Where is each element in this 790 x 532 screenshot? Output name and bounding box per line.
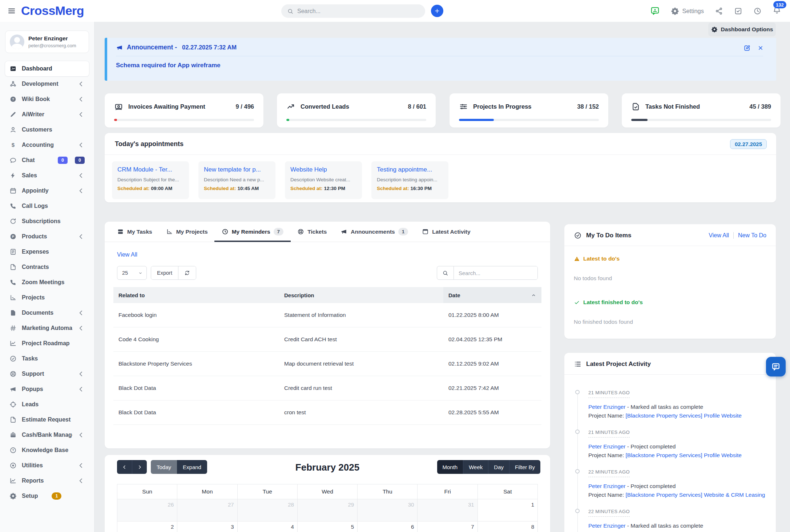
user-profile-card[interactable]: Peter Enzinger peter@crossmerg.com bbox=[5, 31, 89, 53]
calendar-day-cell[interactable]: 31 bbox=[418, 499, 477, 521]
sidebar-item-support[interactable]: Support bbox=[5, 366, 89, 382]
calendar-day-cell[interactable]: 4 bbox=[238, 521, 298, 532]
settings-button[interactable]: Settings bbox=[671, 7, 704, 15]
calendar-day-cell[interactable]: 3 bbox=[177, 521, 237, 532]
sidebar-item-projects[interactable]: Projects bbox=[5, 290, 89, 305]
sidebar-item-dashboard[interactable]: Dashboard bbox=[5, 61, 89, 76]
table-row[interactable]: Blackstone Property ServicesMap document… bbox=[113, 352, 541, 376]
sidebar-item-leads[interactable]: Leads bbox=[5, 397, 89, 412]
new-todo-link[interactable]: New To Do bbox=[738, 232, 766, 239]
sidebar-item-products[interactable]: PProducts bbox=[5, 229, 89, 244]
sidebar-item-cash-bank-manage[interactable]: Cash/Bank Manage bbox=[5, 427, 89, 443]
sidebar-item-utilities[interactable]: Utilities bbox=[5, 458, 89, 473]
sidebar-item-marketing-automation[interactable]: Marketing Automation bbox=[5, 321, 89, 336]
calendar-day-cell[interactable]: 29 bbox=[298, 499, 358, 521]
dashboard-options-button[interactable]: Dashboard Options bbox=[708, 23, 776, 36]
notifications-button[interactable]: 132 bbox=[773, 6, 781, 16]
sidebar-item-documents[interactable]: Documents bbox=[5, 305, 89, 321]
sidebar-item-knowledge-base[interactable]: ?Knowledge Base bbox=[5, 443, 89, 458]
calendar-view-filter[interactable]: Filter By bbox=[509, 460, 540, 474]
close-announcement-icon[interactable] bbox=[757, 45, 764, 51]
calendar-prev-button[interactable] bbox=[117, 460, 132, 474]
table-search-input[interactable] bbox=[454, 266, 537, 279]
calendar-view-day[interactable]: Day bbox=[488, 460, 509, 474]
tab-my-tasks[interactable]: My Tasks bbox=[117, 222, 152, 242]
global-search-input[interactable] bbox=[297, 8, 419, 15]
calendar-next-button[interactable] bbox=[132, 460, 147, 474]
sidebar-item-sales[interactable]: Sales bbox=[5, 168, 89, 183]
sidebar-item-contracts[interactable]: Contracts bbox=[5, 259, 89, 275]
column-header-related-to[interactable]: Related to bbox=[113, 287, 279, 303]
global-search[interactable] bbox=[281, 4, 425, 18]
export-button[interactable]: Export bbox=[151, 266, 178, 279]
table-row[interactable]: Black Dot DataCredit card run test02.21.… bbox=[113, 376, 541, 400]
calendar-day-cell[interactable]: 7 bbox=[418, 521, 477, 532]
quick-add-button[interactable] bbox=[431, 5, 443, 17]
edit-announcement-icon[interactable] bbox=[743, 44, 751, 52]
calendar-day-cell[interactable]: 2 bbox=[117, 521, 177, 532]
calendar-day-cell[interactable]: 6 bbox=[358, 521, 418, 532]
sidebar-item-estimate-request[interactable]: Estimate Request bbox=[5, 412, 89, 427]
activity-user-link[interactable]: Peter Enzinger bbox=[588, 443, 626, 450]
calendar-day-cell[interactable]: 27 bbox=[177, 499, 237, 521]
calendar-view-week[interactable]: Week bbox=[463, 460, 488, 474]
tab-my-projects[interactable]: My Projects bbox=[166, 222, 208, 242]
sidebar-item-customers[interactable]: Customers bbox=[5, 122, 89, 137]
sidebar-item-popups[interactable]: Popups bbox=[5, 382, 89, 397]
appointment-card[interactable]: CRM Module - Ter... Description Subject … bbox=[112, 161, 189, 199]
tab-my-reminders[interactable]: My Reminders7 bbox=[222, 222, 283, 242]
sidebar-item-subscriptions[interactable]: Subscriptions bbox=[5, 214, 89, 229]
calendar-day-cell[interactable]: 1 bbox=[478, 499, 537, 521]
calendar-today-button[interactable]: Today bbox=[151, 460, 177, 474]
history-clock-icon[interactable] bbox=[753, 7, 762, 15]
tasks-check-icon[interactable] bbox=[734, 7, 742, 15]
refresh-button[interactable] bbox=[178, 266, 196, 279]
appointment-card[interactable]: New template for p... Description Need a… bbox=[198, 161, 275, 199]
table-row[interactable]: Facebook loginStatement of Information01… bbox=[113, 303, 541, 327]
sidebar-item-expenses[interactable]: Expenses bbox=[5, 244, 89, 259]
activity-user-link[interactable]: Peter Enzinger bbox=[588, 523, 626, 529]
calendar-day-cell[interactable]: 28 bbox=[238, 499, 298, 521]
sidebar-item-chat[interactable]: Chat00 bbox=[5, 153, 89, 168]
sidebar-item-development[interactable]: Development bbox=[5, 76, 89, 92]
share-icon[interactable] bbox=[715, 7, 723, 15]
calendar-view-month[interactable]: Month bbox=[437, 460, 463, 474]
calendar-day-cell[interactable]: 30 bbox=[358, 499, 418, 521]
appointment-card[interactable]: Website Help Description Website creat..… bbox=[285, 161, 362, 199]
sidebar-item-setup[interactable]: Setup1 bbox=[5, 488, 89, 504]
activity-project-link[interactable]: [Blackstone Property Services] Website &… bbox=[626, 492, 765, 498]
chat-status-icon[interactable] bbox=[650, 6, 660, 16]
view-all-link[interactable]: View All bbox=[117, 251, 137, 258]
table-row[interactable]: Black Dot Datacron test02.28.2025 5:55 A… bbox=[113, 400, 541, 425]
calendar-day-cell[interactable]: 26 bbox=[117, 499, 177, 521]
column-header-description[interactable]: Description bbox=[279, 287, 443, 303]
sidebar-item-aiwriter[interactable]: AiWriter bbox=[5, 107, 89, 122]
table-search[interactable] bbox=[437, 266, 538, 280]
tab-announcements[interactable]: Announcements1 bbox=[340, 222, 408, 242]
sidebar-item-wiki-book[interactable]: ?Wiki Book bbox=[5, 92, 89, 107]
calendar-expand-button[interactable]: Expand bbox=[177, 460, 207, 474]
app-logo[interactable]: CrossMerg bbox=[21, 4, 84, 18]
todo-view-all-link[interactable]: View All bbox=[709, 232, 729, 239]
sidebar-item-accounting[interactable]: $Accounting bbox=[5, 137, 89, 153]
calendar-day-cell[interactable]: 8 bbox=[478, 521, 537, 532]
table-row[interactable]: Code 4 CookingCredit Card ACH test02.04.… bbox=[113, 327, 541, 352]
page-size-select[interactable]: 25 bbox=[117, 266, 147, 280]
activity-project-link[interactable]: [Blackstone Property Services] Profile W… bbox=[626, 452, 742, 458]
sidebar-item-project-roadmap[interactable]: Project Roadmap bbox=[5, 336, 89, 351]
hamburger-menu-icon[interactable] bbox=[7, 7, 16, 15]
calendar-day-cell[interactable]: 5 bbox=[298, 521, 358, 532]
column-header-date[interactable]: Date bbox=[443, 287, 541, 303]
sidebar-item-zoom-meetings[interactable]: Zoom Meetings bbox=[5, 275, 89, 290]
tab-tickets[interactable]: Tickets bbox=[297, 222, 327, 242]
sidebar-item-call-logs[interactable]: Call Logs bbox=[5, 198, 89, 214]
activity-user-link[interactable]: Peter Enzinger bbox=[588, 404, 626, 410]
activity-user-link[interactable]: Peter Enzinger bbox=[588, 483, 626, 489]
sidebar-item-appointly[interactable]: Appointly bbox=[5, 183, 89, 198]
activity-project-link[interactable]: [Blackstone Property Services] Profile W… bbox=[626, 412, 742, 419]
appointment-card[interactable]: Testing appointme... Description testing… bbox=[371, 161, 448, 199]
sidebar-item-reports[interactable]: Reports bbox=[5, 473, 89, 488]
tab-latest-activity[interactable]: Latest Activity bbox=[422, 222, 470, 242]
floating-chat-button[interactable] bbox=[766, 357, 786, 376]
sidebar-item-tasks[interactable]: Tasks bbox=[5, 351, 89, 366]
